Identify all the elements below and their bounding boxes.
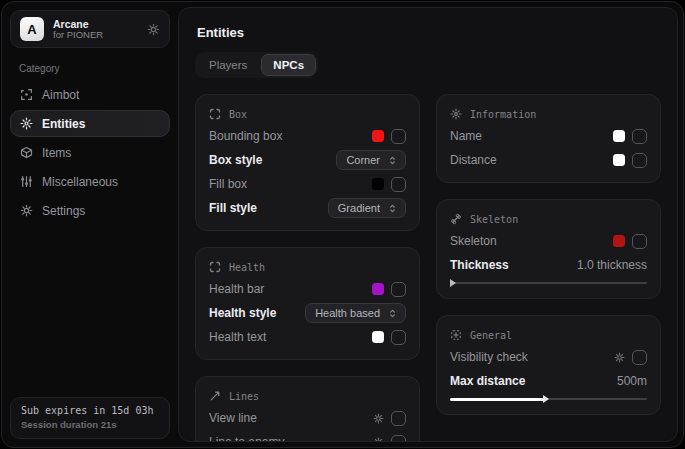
thickness-slider[interactable] — [450, 279, 647, 287]
color-swatch[interactable] — [613, 235, 625, 247]
setting-row-name: Name — [450, 125, 647, 147]
brand-card: A Arcane for PIONER — [10, 10, 170, 48]
bounding-box-checkbox[interactable] — [391, 129, 406, 144]
bone-icon — [450, 213, 462, 225]
tab-bar: Players NPCs — [195, 52, 318, 78]
box-style-select[interactable]: Corner — [336, 150, 406, 170]
unfold-icon — [387, 155, 398, 166]
fill-box-checkbox[interactable] — [391, 177, 406, 192]
health-style-select[interactable]: Health based — [305, 303, 406, 323]
visibility-check-checkbox[interactable] — [632, 350, 647, 365]
setting-row-view-line: View line — [209, 407, 406, 429]
sidebar-nav: Aimbot Entities Items Miscellaneous Sett… — [10, 81, 170, 224]
session-duration-text: Session duration 21s — [21, 419, 159, 430]
line-to-enemy-checkbox[interactable] — [391, 435, 406, 443]
box-corners-icon — [209, 261, 221, 273]
sidebar-item-label: Miscellaneous — [42, 175, 118, 189]
unfold-icon — [387, 203, 398, 214]
color-swatch[interactable] — [613, 130, 625, 142]
diagonal-line-icon — [209, 390, 221, 402]
sidebar: A Arcane for PIONER Category Aimbot Enti… — [2, 2, 178, 447]
category-label: Category — [19, 63, 170, 74]
view-line-checkbox[interactable] — [391, 411, 406, 426]
skeleton-checkbox[interactable] — [632, 234, 647, 249]
setting-row-visibility-check: Visibility check — [450, 346, 647, 368]
card-general: General Visibility check Max distance 50… — [436, 315, 661, 415]
sliders-icon — [20, 175, 33, 188]
row-settings-gear-icon[interactable] — [373, 413, 384, 424]
color-swatch[interactable] — [372, 178, 384, 190]
max-distance-value: 500m — [617, 374, 647, 388]
card-title: Lines — [229, 391, 259, 402]
card-information: Information Name Distance — [436, 94, 661, 183]
sparkle-icon — [450, 108, 462, 120]
setting-row-skeleton: Skeleton — [450, 230, 647, 252]
color-swatch[interactable] — [372, 283, 384, 295]
setting-row-fill-style: Fill style Gradient — [209, 197, 406, 219]
sidebar-item-items[interactable]: Items — [10, 139, 170, 166]
row-settings-gear-icon[interactable] — [373, 437, 384, 443]
tab-players[interactable]: Players — [197, 54, 259, 76]
setting-row-health-text: Health text — [209, 326, 406, 348]
card-title: Box — [229, 109, 247, 120]
page-title: Entities — [197, 25, 661, 40]
gear-icon — [20, 204, 33, 217]
card-box: Box Bounding box Box style Corner — [195, 94, 420, 231]
subscription-card: Sub expires in 15d 03h Session duration … — [10, 397, 170, 439]
thickness-value: 1.0 thickness — [577, 258, 647, 272]
sidebar-item-entities[interactable]: Entities — [10, 110, 170, 137]
fill-style-select[interactable]: Gradient — [328, 198, 406, 218]
brand-subtitle: for PIONER — [53, 30, 138, 41]
setting-row-fill-box: Fill box — [209, 173, 406, 195]
card-title: General — [470, 330, 512, 341]
card-title: Information — [470, 109, 536, 120]
sidebar-item-settings[interactable]: Settings — [10, 197, 170, 224]
setting-row-thickness: Thickness 1.0 thickness — [450, 254, 647, 276]
sidebar-item-miscellaneous[interactable]: Miscellaneous — [10, 168, 170, 195]
setting-row-box-style: Box style Corner — [209, 149, 406, 171]
sidebar-item-label: Items — [42, 146, 71, 160]
health-text-checkbox[interactable] — [391, 330, 406, 345]
name-checkbox[interactable] — [632, 129, 647, 144]
box-corners-icon — [209, 108, 221, 120]
gear-icon[interactable] — [147, 23, 160, 36]
health-bar-checkbox[interactable] — [391, 282, 406, 297]
setting-row-health-style: Health style Health based — [209, 302, 406, 324]
card-title: Skeleton — [470, 214, 518, 225]
main-panel: Entities Players NPCs Box Bounding box — [178, 7, 678, 442]
slider-thumb[interactable] — [450, 279, 456, 287]
sidebar-item-label: Settings — [42, 204, 85, 218]
calibrate-icon — [450, 329, 462, 341]
sidebar-item-label: Entities — [42, 117, 85, 131]
card-skeleton: Skeleton Skeleton Thickness 1.0 thicknes… — [436, 199, 661, 299]
setting-row-health-bar: Health bar — [209, 278, 406, 300]
setting-row-bounding-box: Bounding box — [209, 125, 406, 147]
setting-row-max-distance: Max distance 500m — [450, 370, 647, 392]
brand-logo: A — [20, 17, 44, 41]
entities-icon — [20, 117, 33, 130]
crosshair-icon — [20, 88, 33, 101]
sidebar-item-aimbot[interactable]: Aimbot — [10, 81, 170, 108]
max-distance-slider[interactable] — [450, 395, 647, 403]
sub-expires-text: Sub expires in 15d 03h — [21, 405, 159, 416]
distance-checkbox[interactable] — [632, 153, 647, 168]
card-health: Health Health bar Health style Health ba… — [195, 247, 420, 360]
color-swatch[interactable] — [372, 331, 384, 343]
card-lines: Lines View line Line to enemy — [195, 376, 420, 442]
unfold-icon — [387, 308, 398, 319]
sidebar-item-label: Aimbot — [42, 88, 79, 102]
app-window: A Arcane for PIONER Category Aimbot Enti… — [1, 1, 684, 448]
row-settings-gear-icon[interactable] — [614, 352, 625, 363]
slider-thumb[interactable] — [543, 395, 549, 403]
card-title: Health — [229, 262, 265, 273]
cube-icon — [20, 146, 33, 159]
brand-name: Arcane — [53, 18, 138, 30]
setting-row-distance: Distance — [450, 149, 647, 171]
color-swatch[interactable] — [613, 154, 625, 166]
color-swatch[interactable] — [372, 130, 384, 142]
setting-row-line-to-enemy: Line to enemy — [209, 431, 406, 442]
tab-npcs[interactable]: NPCs — [261, 54, 316, 76]
